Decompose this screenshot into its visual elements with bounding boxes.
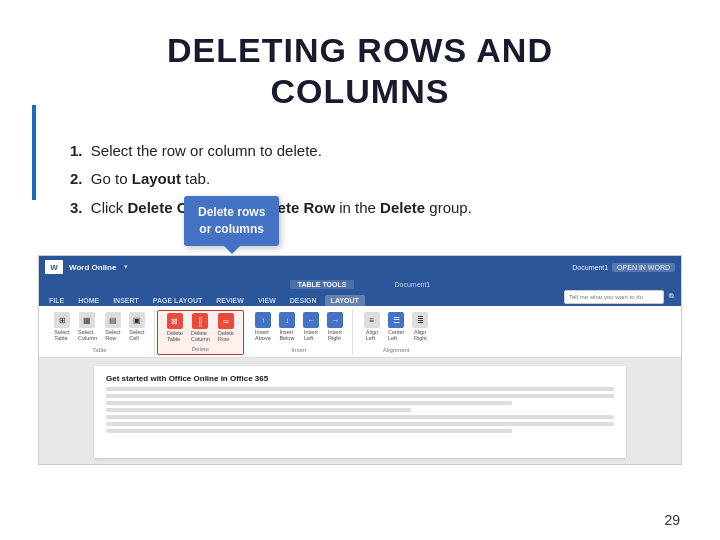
title-line1: DELETING ROWS AND	[167, 31, 553, 69]
tab-page-layout[interactable]: PAGE LAYOUT	[147, 295, 208, 306]
insert-buttons-row: ↑ InsertAbove ↓ InsertBelow ← InsertLeft…	[252, 310, 346, 343]
ribbon-group-delete: ⊠ DeleteTable ║ DeleteColumn ═ DeleteRow…	[157, 310, 244, 355]
ribbon-tabs: FILE HOME INSERT PAGE LAYOUT REVIEW VIEW…	[39, 290, 681, 306]
alignment-group-label: Alignment	[383, 347, 410, 353]
align-left-icon: ≡	[364, 312, 380, 328]
select-buttons-row: ⊞ SelectTable ▦ SelectColumn ▤ SelectRow…	[51, 310, 148, 343]
insert-above-btn[interactable]: ↑ InsertAbove	[252, 310, 274, 343]
document-name: Document1	[572, 264, 608, 271]
ribbon-search-input[interactable]	[564, 290, 664, 304]
insert-left-btn[interactable]: ← InsertLeft	[300, 310, 322, 343]
doc-name-label: Document1	[394, 281, 430, 288]
main-title: DELETING ROWS AND COLUMNS	[50, 30, 670, 112]
word-topbar: W Word Online ▾ Document1 OPEN IN WORD	[39, 256, 681, 278]
doc-line-6	[106, 422, 614, 426]
doc-line-5	[106, 415, 614, 419]
alignment-buttons-row: ≡ AlignLeft ☰ CenterLeft ≣ AlignRight	[361, 310, 432, 343]
tooltip-line1: Delete rows	[198, 205, 265, 219]
select-row-btn[interactable]: ▤ SelectRow	[102, 310, 124, 343]
steps-area: 1. Select the row or column to delete. 2…	[50, 140, 670, 220]
tooltip-line2: or columns	[199, 222, 264, 236]
table-group-label: Table	[92, 347, 106, 353]
ribbon-search-icon: 🔍	[668, 293, 677, 301]
select-column-icon: ▦	[79, 312, 95, 328]
insert-left-icon: ←	[303, 312, 319, 328]
align-left-btn[interactable]: ≡ AlignLeft	[361, 310, 383, 343]
select-table-icon: ⊞	[54, 312, 70, 328]
insert-below-icon: ↓	[279, 312, 295, 328]
doc-line-3	[106, 401, 512, 405]
ribbon-group-table: ⊞ SelectTable ▦ SelectColumn ▤ SelectRow…	[45, 310, 155, 355]
select-table-btn[interactable]: ⊞ SelectTable	[51, 310, 73, 343]
select-cell-btn[interactable]: ▣ SelectCell	[126, 310, 148, 343]
insert-below-btn[interactable]: ↓ InsertBelow	[276, 310, 298, 343]
doc-heading: Get started with Office Online in Office…	[106, 374, 614, 383]
doc-line-7	[106, 429, 512, 433]
insert-right-btn[interactable]: → InsertRight	[324, 310, 346, 343]
delete-row-icon: ═	[218, 313, 234, 329]
delete-table-icon: ⊠	[167, 313, 183, 329]
insert-group-label: Insert	[291, 347, 306, 353]
tab-insert[interactable]: INSERT	[107, 295, 145, 306]
delete-table-btn[interactable]: ⊠ DeleteTable	[164, 311, 186, 344]
tab-review[interactable]: REVIEW	[210, 295, 250, 306]
page-number: 29	[664, 512, 680, 528]
delete-column-btn[interactable]: ║ DeleteColumn	[188, 311, 213, 344]
word-app-name: Word Online	[69, 263, 116, 272]
word-logo: W	[45, 260, 63, 274]
doc-line-1	[106, 387, 614, 391]
select-column-btn[interactable]: ▦ SelectColumn	[75, 310, 100, 343]
select-cell-icon: ▣	[129, 312, 145, 328]
delete-group-label: Delete	[192, 346, 209, 352]
tab-layout[interactable]: LAYOUT	[325, 295, 365, 306]
insert-right-icon: →	[327, 312, 343, 328]
table-tools-bar: TABLE TOOLS Document1	[39, 278, 681, 290]
tab-design[interactable]: DESIGN	[284, 295, 323, 306]
tab-home[interactable]: HOME	[72, 295, 105, 306]
open-in-word-button[interactable]: OPEN IN WORD	[612, 263, 675, 272]
center-icon: ☰	[388, 312, 404, 328]
doc-line-4	[106, 408, 411, 412]
delete-column-icon: ║	[192, 313, 208, 329]
insert-above-icon: ↑	[255, 312, 271, 328]
table-tools-label: TABLE TOOLS	[290, 280, 355, 289]
topbar-right: Document1 OPEN IN WORD	[572, 263, 675, 272]
align-right-btn[interactable]: ≣ AlignRight	[409, 310, 431, 343]
step-1: 1. Select the row or column to delete.	[70, 140, 670, 163]
doc-area: Get started with Office Online in Office…	[39, 358, 681, 465]
title-area: DELETING ROWS AND COLUMNS	[50, 30, 670, 112]
delete-buttons-row: ⊠ DeleteTable ║ DeleteColumn ═ DeleteRow	[164, 311, 237, 344]
delete-row-btn[interactable]: ═ DeleteRow	[215, 311, 237, 344]
center-btn[interactable]: ☰ CenterLeft	[385, 310, 408, 343]
tab-view[interactable]: VIEW	[252, 295, 282, 306]
align-right-icon: ≣	[412, 312, 428, 328]
select-row-icon: ▤	[105, 312, 121, 328]
doc-line-2	[106, 394, 614, 398]
step-3: 3. Click Delete Column or Delete Row in …	[70, 197, 670, 220]
word-breadcrumb: ▾	[124, 263, 128, 271]
step-2: 2. Go to Layout tab.	[70, 168, 670, 191]
tooltip-callout: Delete rows or columns	[184, 196, 279, 246]
doc-page: Get started with Office Online in Office…	[94, 366, 626, 458]
title-line2: COLUMNS	[271, 72, 450, 110]
page-container: DELETING ROWS AND COLUMNS 1. Select the …	[0, 0, 720, 540]
tab-file[interactable]: FILE	[43, 295, 70, 306]
ribbon-content: ⊞ SelectTable ▦ SelectColumn ▤ SelectRow…	[39, 306, 681, 358]
ribbon-group-alignment: ≡ AlignLeft ☰ CenterLeft ≣ AlignRight Al…	[355, 310, 438, 355]
ribbon-group-insert: ↑ InsertAbove ↓ InsertBelow ← InsertLeft…	[246, 310, 353, 355]
word-screenshot: W Word Online ▾ Document1 OPEN IN WORD T…	[38, 255, 682, 465]
left-accent-border	[32, 105, 36, 200]
